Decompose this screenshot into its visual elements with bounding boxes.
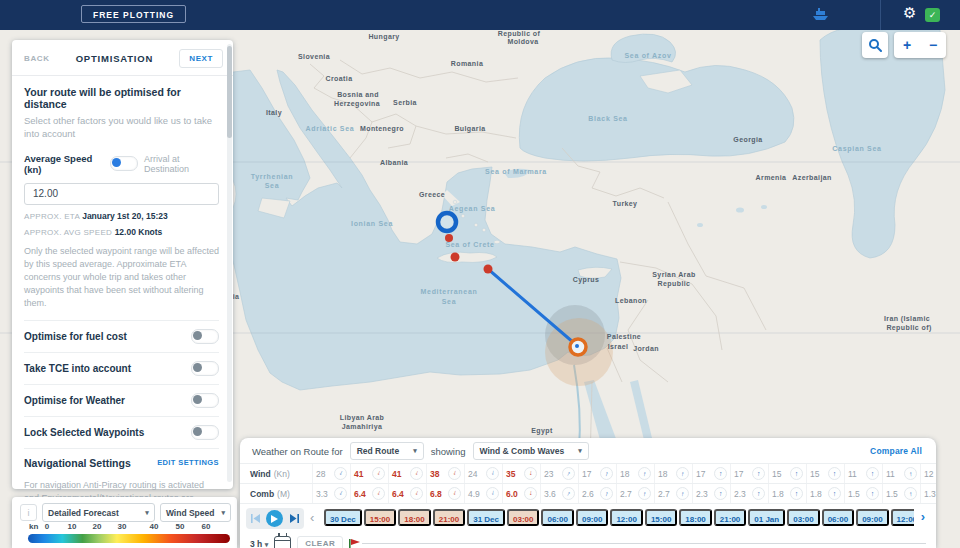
weather-value-cell[interactable]: 2.7↑ bbox=[616, 484, 654, 503]
metric-select-value: Wind & Comb Waves bbox=[480, 446, 565, 456]
next-button[interactable]: NEXT bbox=[179, 49, 223, 68]
timeline-time-chip[interactable]: 12:00 bbox=[610, 509, 642, 526]
timeline-time-chip[interactable]: 09:00 bbox=[856, 509, 888, 526]
cell-value: 41 bbox=[354, 469, 363, 479]
toggle-switch[interactable] bbox=[191, 425, 219, 440]
weather-value-cell[interactable]: 41↑ bbox=[350, 464, 388, 483]
speed-mode-toggle[interactable] bbox=[110, 156, 138, 171]
row-label: Comb(M) bbox=[240, 484, 312, 503]
weather-value-cell[interactable]: 24↑ bbox=[464, 464, 502, 483]
toggle-switch[interactable] bbox=[191, 393, 219, 408]
weather-value-cell[interactable]: 6.0↑ bbox=[502, 484, 540, 503]
weather-value-cell[interactable]: 3.6↑ bbox=[540, 484, 578, 503]
toggle-label: Lock Selected Waypoints bbox=[24, 427, 144, 438]
weather-value-cell[interactable]: 4.9↑ bbox=[464, 484, 502, 503]
forecast-mode-select[interactable]: Detailed Forecast ▾ bbox=[42, 503, 155, 522]
route-origin-marker[interactable] bbox=[438, 213, 456, 231]
weather-value-cell[interactable]: 17↑ bbox=[692, 464, 730, 483]
weather-value-cell[interactable]: 1.3↑ bbox=[920, 484, 936, 503]
timeline-time-chip[interactable]: 09:00 bbox=[576, 509, 608, 526]
toggle-switch[interactable] bbox=[191, 361, 219, 376]
play-button[interactable] bbox=[266, 510, 283, 527]
calendar-icon[interactable] bbox=[274, 536, 291, 548]
skip-forward-icon[interactable] bbox=[290, 514, 299, 523]
weather-value-cell[interactable]: 6.8↑ bbox=[426, 484, 464, 503]
weather-value-cell[interactable]: 15↑ bbox=[768, 464, 806, 483]
timeline-time-chip[interactable]: 03:00 bbox=[507, 509, 539, 526]
direction-arrow-icon: ↑ bbox=[524, 467, 537, 480]
metric-select[interactable]: Wind & Comb Waves ▾ bbox=[473, 442, 589, 460]
cell-value: 1.5 bbox=[886, 489, 898, 499]
direction-arrow-icon: ↑ bbox=[410, 487, 423, 500]
weather-value-cell[interactable]: 1.8↑ bbox=[806, 484, 844, 503]
timeline-time-chip[interactable]: 30 Dec bbox=[324, 509, 362, 526]
settings-gear-icon[interactable]: ⚙ bbox=[903, 4, 916, 22]
weather-value-cell[interactable]: 2.6↑ bbox=[578, 484, 616, 503]
weather-value-cell[interactable]: 18↑ bbox=[654, 464, 692, 483]
zoom-in-button[interactable]: + bbox=[895, 32, 919, 58]
timeline-time-chip[interactable]: 03:00 bbox=[787, 509, 819, 526]
weather-value-cell[interactable]: 28↑ bbox=[312, 464, 350, 483]
weather-value-cell[interactable]: 3.3↑ bbox=[312, 484, 350, 503]
info-icon[interactable]: i bbox=[20, 504, 37, 521]
weather-value-cell[interactable]: 11↑ bbox=[882, 464, 920, 483]
timeline-time-chip[interactable]: 12:00 bbox=[891, 509, 914, 526]
weather-value-cell[interactable]: 12↑ bbox=[920, 464, 936, 483]
weather-value-cell[interactable]: 1.8↑ bbox=[768, 484, 806, 503]
timeline-time-chip[interactable]: 06:00 bbox=[822, 509, 854, 526]
forecast-mode-value: Detailed Forecast bbox=[48, 508, 119, 518]
sidebar-scrollbar[interactable] bbox=[227, 44, 232, 482]
back-button[interactable]: BACK bbox=[24, 54, 50, 63]
weather-value-cell[interactable]: 38↑ bbox=[426, 464, 464, 483]
timeline-time-chip[interactable]: 15:00 bbox=[645, 509, 677, 526]
weather-value-cell[interactable]: 2.3↑ bbox=[730, 484, 768, 503]
navigational-settings-row: Navigational Settings EDIT SETTINGS bbox=[24, 448, 219, 471]
weather-value-cell[interactable]: 1.5↑ bbox=[844, 484, 882, 503]
timeline-prev-chevron[interactable]: ‹ bbox=[310, 510, 314, 525]
status-check-badge[interactable]: ✓ bbox=[925, 8, 940, 22]
timeline-time-chip[interactable]: 31 Dec bbox=[467, 509, 505, 526]
timeline-time-chip[interactable]: 18:00 bbox=[679, 509, 711, 526]
timeline-time-chip[interactable]: 06:00 bbox=[541, 509, 573, 526]
start-flag-icon bbox=[349, 538, 362, 548]
average-speed-input[interactable] bbox=[24, 183, 219, 205]
weather-value-cell[interactable]: 23↑ bbox=[540, 464, 578, 483]
compare-all-link[interactable]: Compare All bbox=[870, 446, 922, 456]
weather-value-cell[interactable]: 41↑ bbox=[388, 464, 426, 483]
avg-speed-label: APPROX. AVG SPEED bbox=[24, 228, 112, 237]
weather-value-cell[interactable]: 6.4↑ bbox=[388, 484, 426, 503]
ship-icon[interactable] bbox=[812, 7, 829, 25]
direction-arrow-icon: ↑ bbox=[866, 467, 879, 480]
timeline-time-chip[interactable]: 15:00 bbox=[364, 509, 396, 526]
weather-value-cell[interactable]: 17↑ bbox=[578, 464, 616, 483]
forecast-layer-select[interactable]: Wind Speed ▾ bbox=[160, 503, 231, 522]
route-waypoint-dot[interactable] bbox=[484, 265, 493, 274]
edit-settings-link[interactable]: EDIT SETTINGS bbox=[157, 458, 219, 467]
weather-value-cell[interactable]: 18↑ bbox=[616, 464, 654, 483]
timeline-next-chevron[interactable]: › bbox=[915, 508, 931, 527]
clear-button[interactable]: CLEAR bbox=[297, 536, 343, 548]
weather-value-cell[interactable]: 15↑ bbox=[806, 464, 844, 483]
interval-select[interactable]: 3 h ▾ bbox=[250, 539, 268, 548]
weather-value-cell[interactable]: 2.3↑ bbox=[692, 484, 730, 503]
free-plotting-button[interactable]: FREE PLOTTING bbox=[81, 5, 186, 23]
weather-value-cell[interactable]: 6.4↑ bbox=[350, 484, 388, 503]
timeline-time-chip[interactable]: 21:00 bbox=[433, 509, 465, 526]
zoom-out-button[interactable]: − bbox=[921, 32, 945, 58]
route-select[interactable]: Red Route ▾ bbox=[350, 442, 424, 460]
weather-value-cell[interactable]: 2.7↑ bbox=[654, 484, 692, 503]
timeline-time-chip[interactable]: 01 Jan bbox=[748, 509, 785, 526]
timeline-slider-track[interactable] bbox=[362, 543, 926, 544]
weather-value-cell[interactable]: 35↑ bbox=[502, 464, 540, 483]
route-waypoint-dot[interactable] bbox=[445, 234, 453, 242]
weather-value-cell[interactable]: 11↑ bbox=[844, 464, 882, 483]
timeline-time-chip[interactable]: 18:00 bbox=[398, 509, 430, 526]
skip-back-icon[interactable] bbox=[251, 514, 260, 523]
cell-value: 23 bbox=[544, 469, 553, 479]
weather-value-cell[interactable]: 17↑ bbox=[730, 464, 768, 483]
weather-value-cell[interactable]: 1.5↑ bbox=[882, 484, 920, 503]
timeline-time-chip[interactable]: 21:00 bbox=[714, 509, 746, 526]
toggle-switch[interactable] bbox=[191, 329, 219, 344]
route-waypoint-dot[interactable] bbox=[451, 253, 460, 262]
map-search-button[interactable] bbox=[862, 32, 888, 58]
